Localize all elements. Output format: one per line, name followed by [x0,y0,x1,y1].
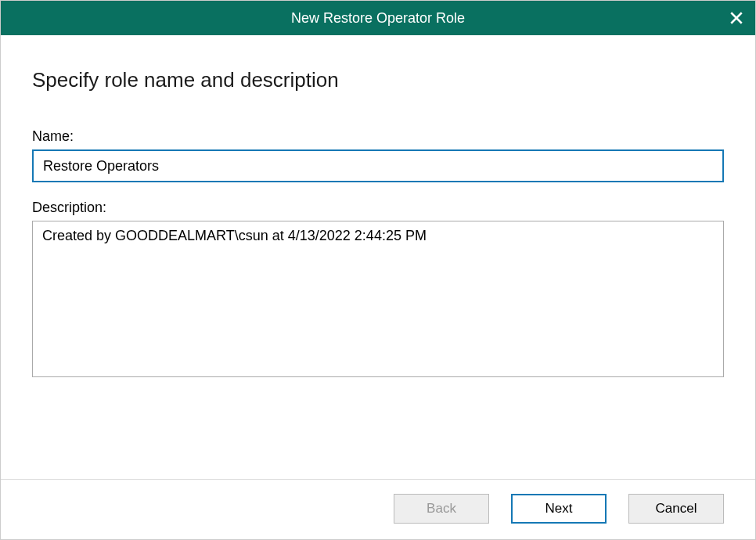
description-label: Description: [32,200,724,216]
wizard-window: New Restore Operator Role Specify role n… [0,0,756,540]
close-icon [729,11,743,25]
description-input[interactable]: Created by GOODDEALMART\csun at 4/13/202… [32,221,724,377]
content-area: Specify role name and description Name: … [1,35,755,479]
next-button[interactable]: Next [511,494,607,524]
page-heading: Specify role name and description [32,68,724,92]
cancel-button[interactable]: Cancel [628,494,724,524]
footer: Back Next Cancel [1,479,755,539]
name-label: Name: [32,128,724,145]
window-title: New Restore Operator Role [291,10,465,27]
close-button[interactable] [727,9,746,27]
titlebar: New Restore Operator Role [1,1,755,35]
name-input[interactable] [32,149,724,182]
back-button[interactable]: Back [394,494,489,524]
